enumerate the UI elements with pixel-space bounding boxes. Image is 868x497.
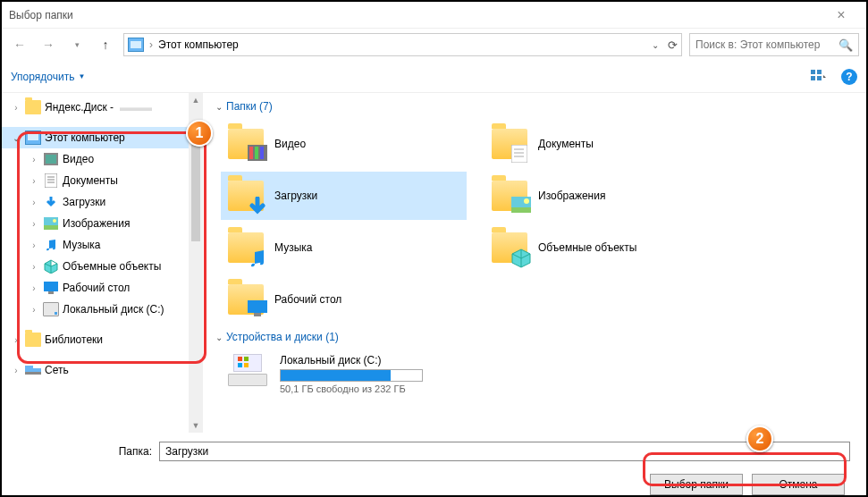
folder-icon bbox=[492, 129, 527, 159]
folder-name-input[interactable] bbox=[159, 442, 850, 461]
tree-label: Библиотеки bbox=[45, 333, 103, 346]
tree-label: Яндекс.Диск - bbox=[45, 101, 114, 114]
folder-label: Музыка bbox=[274, 241, 312, 254]
folder-icon bbox=[492, 181, 527, 211]
drive-label: Локальный диск (C:) bbox=[280, 354, 571, 366]
tree-item-this-pc[interactable]: ⌄ Этот компьютер bbox=[2, 127, 203, 148]
address-text: Этот компьютер bbox=[158, 38, 239, 51]
tree-item-documents[interactable]: › Документы bbox=[2, 170, 203, 191]
drive-usage-bar bbox=[280, 369, 423, 382]
svg-rect-1 bbox=[817, 70, 822, 74]
folder-label: Документы bbox=[538, 138, 594, 150]
music-icon bbox=[43, 238, 59, 252]
organize-menu[interactable]: Упорядочить ▼ bbox=[11, 71, 85, 83]
svg-rect-3 bbox=[817, 76, 822, 80]
folder-icon bbox=[228, 181, 264, 211]
svg-point-28 bbox=[524, 198, 529, 204]
folder-video[interactable]: Видео bbox=[221, 120, 467, 168]
address-bar[interactable]: › Этот компьютер ⌄ ⟳ bbox=[123, 33, 682, 56]
tree-item-3d[interactable]: › Объемные объекты bbox=[2, 256, 203, 277]
view-options-button[interactable] bbox=[811, 70, 827, 84]
tree-item-desktop[interactable]: › Рабочий стол bbox=[2, 277, 203, 299]
select-folder-button[interactable]: Выбор папки bbox=[650, 474, 743, 495]
tree-item-pictures[interactable]: › Изображения bbox=[2, 213, 203, 234]
folder-music[interactable]: Музыка bbox=[221, 223, 467, 272]
svg-rect-6 bbox=[45, 173, 57, 188]
network-icon bbox=[25, 363, 41, 377]
svg-rect-17 bbox=[25, 372, 41, 375]
drive-c[interactable]: Локальный диск (C:) 50,1 ГБ свободно из … bbox=[221, 350, 578, 398]
tree-item-libraries[interactable]: › Библиотеки bbox=[2, 329, 203, 350]
svg-rect-20 bbox=[255, 147, 258, 159]
forward-button[interactable]: → bbox=[38, 34, 59, 55]
back-button[interactable]: ← bbox=[9, 34, 30, 55]
help-icon[interactable]: ? bbox=[841, 69, 857, 85]
annotation-badge-1: 1 bbox=[186, 120, 213, 147]
tree-label: Видео bbox=[63, 153, 94, 165]
folder-documents[interactable]: Документы bbox=[485, 120, 730, 168]
navigation-tree: › Яндекс.Диск - ▬▬▬ ⌄ Этот компьютер › В… bbox=[2, 93, 203, 433]
folder-downloads[interactable]: Загрузки bbox=[221, 172, 467, 220]
redacted: ▬▬▬ bbox=[120, 101, 152, 114]
cancel-button[interactable]: Отмена bbox=[752, 474, 845, 495]
drive-icon bbox=[43, 302, 59, 316]
chevron-down-icon: ⌄ bbox=[215, 333, 223, 342]
svg-rect-0 bbox=[811, 70, 815, 74]
recent-dropdown[interactable]: ▾ bbox=[66, 34, 88, 55]
folder-icon bbox=[25, 100, 41, 114]
svg-rect-5 bbox=[46, 155, 56, 164]
search-icon: 🔍 bbox=[839, 38, 853, 52]
search-input[interactable]: 🔍 bbox=[689, 33, 859, 56]
folder-icon bbox=[228, 129, 264, 159]
drives-section-header[interactable]: ⌄ Устройства и диски (1) bbox=[215, 331, 855, 343]
folder-field-label: Папка: bbox=[18, 445, 152, 458]
section-label: Устройства и диски (1) bbox=[226, 331, 339, 343]
downloads-icon bbox=[43, 195, 59, 209]
tree-item-video[interactable]: › Видео bbox=[2, 148, 203, 170]
folders-section-header[interactable]: ⌄ Папки (7) bbox=[215, 100, 855, 113]
documents-icon bbox=[43, 173, 59, 188]
this-pc-icon bbox=[128, 38, 144, 52]
up-button[interactable]: ↑ bbox=[95, 34, 116, 55]
folder-label: Изображения bbox=[538, 190, 605, 202]
tree-label: Сеть bbox=[45, 364, 69, 376]
tree-item-yandex[interactable]: › Яндекс.Диск - ▬▬▬ bbox=[2, 97, 203, 118]
chevron-right-icon: › bbox=[149, 38, 153, 51]
tree-item-music[interactable]: › Музыка bbox=[2, 234, 203, 256]
window-title: Выбор папки bbox=[9, 9, 823, 21]
scroll-down-icon[interactable]: ▼ bbox=[189, 418, 203, 433]
svg-rect-32 bbox=[244, 357, 249, 361]
folder-desktop[interactable]: Рабочий стол bbox=[221, 275, 467, 324]
tree-item-downloads[interactable]: › Загрузки bbox=[2, 191, 203, 213]
chevron-down-icon: ▼ bbox=[78, 72, 85, 80]
this-pc-icon bbox=[25, 131, 41, 145]
section-label: Папки (7) bbox=[226, 100, 273, 113]
svg-rect-21 bbox=[260, 147, 264, 159]
folder-pictures[interactable]: Изображения bbox=[485, 172, 730, 220]
close-icon[interactable]: × bbox=[823, 7, 859, 23]
folder-label: Рабочий стол bbox=[274, 293, 341, 306]
chevron-down-icon[interactable]: ⌄ bbox=[652, 40, 659, 50]
tree-label: Рабочий стол bbox=[63, 282, 130, 294]
folder-3d[interactable]: Объемные объекты bbox=[485, 223, 730, 272]
scroll-up-icon[interactable]: ▲ bbox=[189, 93, 203, 107]
folder-label: Объемные объекты bbox=[538, 241, 636, 254]
pictures-icon bbox=[43, 216, 59, 231]
svg-rect-13 bbox=[44, 282, 58, 291]
svg-rect-31 bbox=[238, 357, 242, 361]
tree-item-network[interactable]: › Сеть bbox=[2, 359, 203, 381]
annotation-badge-2: 2 bbox=[746, 425, 773, 452]
tree-item-drive-c[interactable]: › Локальный диск (C:) bbox=[2, 299, 203, 320]
refresh-icon[interactable]: ⟳ bbox=[668, 38, 678, 52]
svg-point-12 bbox=[53, 219, 56, 223]
tree-label: Объемные объекты bbox=[63, 260, 161, 273]
tree-label: Этот компьютер bbox=[45, 131, 125, 144]
search-field[interactable] bbox=[695, 38, 833, 51]
libraries-icon bbox=[25, 333, 41, 347]
svg-rect-22 bbox=[511, 145, 527, 163]
drive-free-label: 50,1 ГБ свободно из 232 ГБ bbox=[280, 383, 571, 394]
tree-label: Музыка bbox=[63, 239, 100, 251]
chevron-down-icon: ⌄ bbox=[215, 102, 223, 112]
svg-rect-34 bbox=[244, 363, 249, 367]
tree-label: Локальный диск (C:) bbox=[63, 303, 164, 316]
